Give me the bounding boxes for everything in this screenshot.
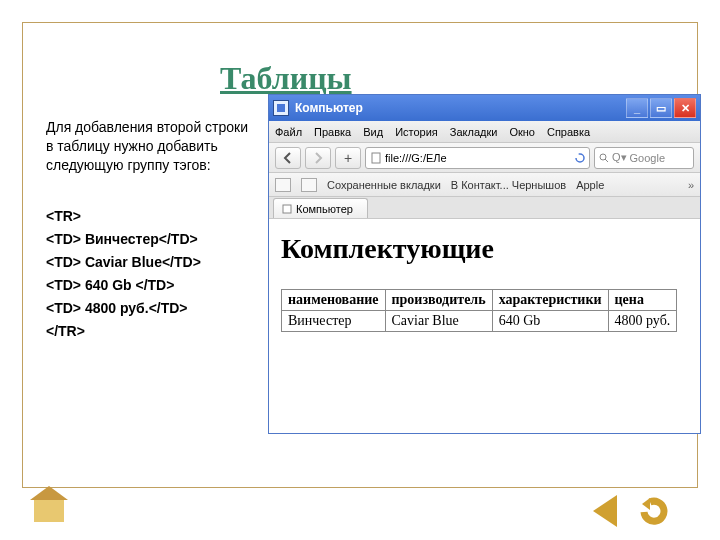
bookmarks-label: Сохраненные вкладки bbox=[327, 179, 441, 191]
code-line: <TD> 4800 руб.</TD> bbox=[46, 297, 266, 320]
page-content: Комплектующие наименование производитель… bbox=[269, 219, 700, 433]
reload-icon[interactable] bbox=[575, 153, 585, 163]
titlebar: Компьютер _ ▭ ✕ bbox=[269, 95, 700, 121]
back-button[interactable] bbox=[275, 147, 301, 169]
code-block: <TR> <TD> Винчестер</TD> <TD> Caviar Blu… bbox=[46, 205, 266, 344]
bookmarks-bar: Сохраненные вкладки В Контакт... Чернышо… bbox=[269, 173, 700, 197]
menubar: Файл Правка Вид История Закладки Окно Сп… bbox=[269, 121, 700, 143]
page-icon bbox=[370, 152, 382, 164]
search-field[interactable]: Q▾ Google bbox=[594, 147, 694, 169]
bookmarks-overflow-icon[interactable]: » bbox=[688, 179, 694, 191]
url-field[interactable]: file:///G:/ЕЛе bbox=[365, 147, 590, 169]
tab-page-icon bbox=[282, 204, 292, 214]
intro-text: Для добавления второй строки в таблицу н… bbox=[46, 118, 256, 175]
nav-prev-button[interactable] bbox=[586, 492, 624, 530]
menu-history[interactable]: История bbox=[395, 126, 438, 138]
code-line: <TD> 640 Gb </TD> bbox=[46, 274, 266, 297]
menu-view[interactable]: Вид bbox=[363, 126, 383, 138]
code-line: <TD> Винчестер</TD> bbox=[46, 228, 266, 251]
data-table: наименование производитель характеристик… bbox=[281, 289, 677, 332]
nav-return-button[interactable] bbox=[636, 492, 674, 530]
tab[interactable]: Компьютер bbox=[273, 198, 368, 218]
close-button[interactable]: ✕ bbox=[674, 98, 696, 118]
url-text: file:///G:/ЕЛе bbox=[385, 152, 447, 164]
code-line: <TD> Caviar Blue</TD> bbox=[46, 251, 266, 274]
prev-icon bbox=[593, 495, 617, 527]
toolbar: + file:///G:/ЕЛе Q▾ Google bbox=[269, 143, 700, 173]
col-name: наименование bbox=[282, 290, 386, 311]
search-icon bbox=[599, 153, 609, 163]
search-placeholder: Google bbox=[630, 152, 665, 164]
col-vendor: производитель bbox=[385, 290, 492, 311]
home-icon bbox=[34, 500, 64, 522]
slide-title: Таблицы bbox=[220, 60, 352, 97]
page-heading: Комплектующие bbox=[281, 233, 688, 265]
cell: Винчестер bbox=[282, 311, 386, 332]
col-spec: характеристики bbox=[492, 290, 608, 311]
cell: Caviar Blue bbox=[385, 311, 492, 332]
bookmark-link[interactable]: Apple bbox=[576, 179, 604, 191]
nav-home-button[interactable] bbox=[30, 492, 68, 530]
col-price: цена bbox=[608, 290, 677, 311]
code-line: <TR> bbox=[46, 205, 266, 228]
app-icon bbox=[273, 100, 289, 116]
topsites-icon[interactable] bbox=[301, 178, 317, 192]
minimize-button[interactable]: _ bbox=[626, 98, 648, 118]
table-header-row: наименование производитель характеристик… bbox=[282, 290, 677, 311]
menu-file[interactable]: Файл bbox=[275, 126, 302, 138]
cell: 4800 руб. bbox=[608, 311, 677, 332]
forward-button[interactable] bbox=[305, 147, 331, 169]
menu-edit[interactable]: Правка bbox=[314, 126, 351, 138]
table-row: Винчестер Caviar Blue 640 Gb 4800 руб. bbox=[282, 311, 677, 332]
bookmark-link[interactable]: В Контакт... Чернышов bbox=[451, 179, 566, 191]
browser-window: Компьютер _ ▭ ✕ Файл Правка Вид История … bbox=[268, 94, 701, 434]
return-icon bbox=[638, 494, 672, 528]
tab-label: Компьютер bbox=[296, 203, 353, 215]
svg-line-3 bbox=[605, 159, 608, 162]
window-title: Компьютер bbox=[295, 101, 363, 115]
maximize-button[interactable]: ▭ bbox=[650, 98, 672, 118]
add-button[interactable]: + bbox=[335, 147, 361, 169]
svg-rect-1 bbox=[372, 153, 380, 163]
menu-window[interactable]: Окно bbox=[509, 126, 535, 138]
menu-help[interactable]: Справка bbox=[547, 126, 590, 138]
sidebar-toggle-icon[interactable] bbox=[275, 178, 291, 192]
svg-rect-0 bbox=[277, 104, 285, 112]
svg-rect-4 bbox=[283, 205, 291, 213]
cell: 640 Gb bbox=[492, 311, 608, 332]
code-line: </TR> bbox=[46, 320, 266, 343]
menu-bookmarks[interactable]: Закладки bbox=[450, 126, 498, 138]
tabbar: Компьютер bbox=[269, 197, 700, 219]
